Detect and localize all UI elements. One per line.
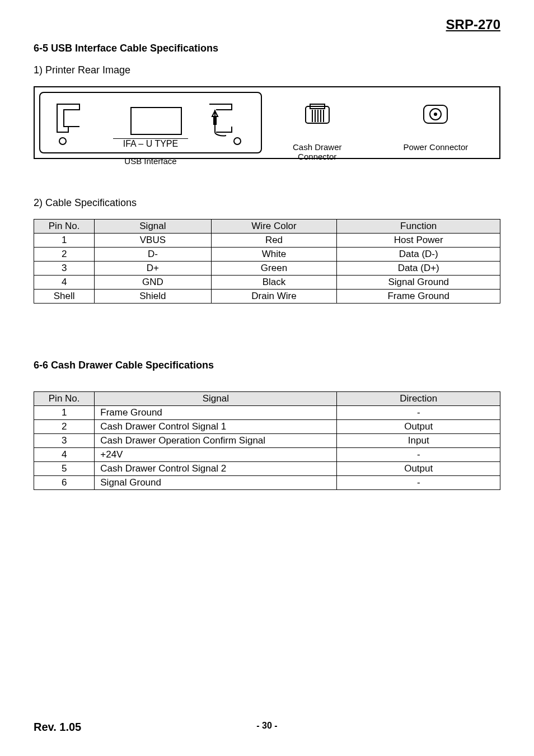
table-header-row: Pin No. Signal Wire Color Function — [34, 220, 500, 234]
col-signal: Signal — [95, 220, 211, 234]
section-6-6-title: 6-6 Cash Drawer Cable Specifications — [34, 360, 500, 371]
cash-drawer-specs-table: Pin No. Signal Direction 1Frame Ground- … — [34, 391, 500, 490]
table-row: 1Frame Ground- — [34, 406, 500, 420]
power-connector-label: Power Connector — [403, 142, 468, 152]
col-wire-color: Wire Color — [211, 220, 337, 234]
col2-signal: Signal — [95, 392, 337, 406]
table-row: 2D-WhiteData (D-) — [34, 248, 500, 262]
table-row: 3D+GreenData (D+) — [34, 262, 500, 276]
power-connector-icon — [421, 103, 449, 125]
table-row: 6Signal Ground- — [34, 476, 500, 490]
table-row: 3Cash Drawer Operation Confirm SignalInp… — [34, 434, 500, 448]
cash-drawer-label-1: Cash Drawer — [293, 142, 342, 152]
col2-direction: Direction — [337, 392, 500, 406]
section-6-5-title: 6-5 USB Interface Cable Specifications — [34, 43, 500, 54]
revision-label: Rev. 1.05 — [34, 721, 81, 734]
rj-connector-icon — [305, 103, 330, 125]
page-number: - 30 - — [256, 721, 277, 731]
col-pin-no: Pin No. — [34, 220, 95, 234]
cash-drawer-label-2: Connector — [298, 152, 336, 161]
table-row: 1VBUSRedHost Power — [34, 234, 500, 248]
table-row: 5Cash Drawer Control Signal 2Output — [34, 462, 500, 476]
model-header: SRP-270 — [34, 17, 500, 32]
table-row: 4GNDBlackSignal Ground — [34, 276, 500, 290]
table-row: 4+24V- — [34, 448, 500, 462]
table-header-row: Pin No. Signal Direction — [34, 392, 500, 406]
page-footer: Rev. 1.05 - 30 - — [34, 721, 500, 734]
svg-point-12 — [434, 113, 437, 116]
usb-interface-label: USB Interface — [40, 156, 261, 166]
usb-interface-panel: IFA – U TYPE USB Interface — [39, 92, 262, 153]
cable-specs-table: Pin No. Signal Wire Color Function 1VBUS… — [34, 219, 500, 304]
table-row: 2Cash Drawer Control Signal 1Output — [34, 420, 500, 434]
ifa-type-label: IFA – U TYPE — [113, 138, 188, 149]
col2-pin-no: Pin No. — [34, 392, 95, 406]
sub-2-label: 2) Cable Specifications — [34, 197, 500, 209]
cash-drawer-connector-block: Cash Drawer Connector — [293, 103, 342, 161]
rear-image-diagram: IFA – U TYPE USB Interface Cash Drawer C… — [34, 86, 500, 159]
power-connector-block: Power Connector — [403, 103, 468, 152]
sub-1-label: 1) Printer Rear Image — [34, 64, 500, 76]
table-row: ShellShieldDrain WireFrame Ground — [34, 290, 500, 304]
col-function: Function — [337, 220, 500, 234]
svg-rect-0 — [131, 108, 181, 134]
